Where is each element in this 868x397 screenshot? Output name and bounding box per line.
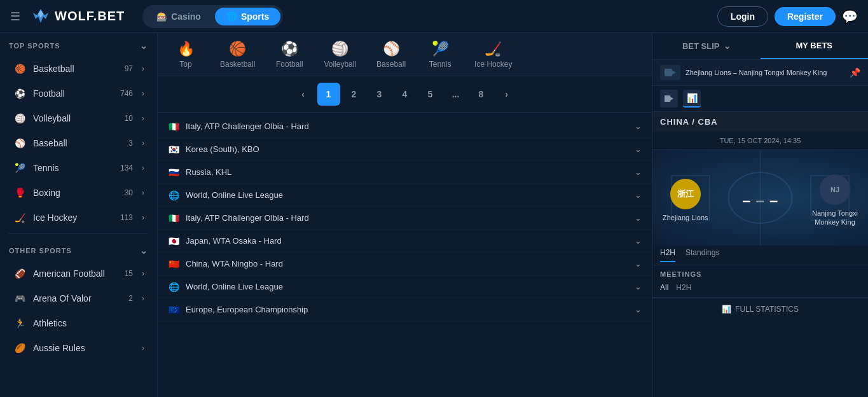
stats-tab[interactable]: 📊 <box>683 90 701 108</box>
baseball-tab-icon: ⚾ <box>383 41 400 57</box>
list-item[interactable]: 🌐 World, Online Live League ⌄ <box>158 184 652 207</box>
football-tab-icon: ⚽ <box>281 41 298 57</box>
flag-icon: 🇰🇷 <box>168 145 179 154</box>
away-team: NJ Nanjing Tongxi Monkey King <box>812 174 858 227</box>
chevron-right-icon: › <box>142 89 144 98</box>
chevron-right-icon: › <box>142 269 144 278</box>
baseball-icon: ⚾ <box>13 136 27 150</box>
page-3-button[interactable]: 3 <box>368 83 391 106</box>
wolf-logo-icon <box>31 6 51 27</box>
sidebar-item-baseball[interactable]: ⚾ Baseball 3 › <box>4 131 153 155</box>
sidebar-item-arena-of-valor[interactable]: 🎮 Arena Of Valor 2 › <box>4 286 153 310</box>
american-football-icon: 🏈 <box>13 267 27 281</box>
full-stats-button[interactable]: 📊 FULL STATISTICS <box>652 298 868 320</box>
video-small-icon <box>665 95 673 102</box>
stats-bar-icon: 📊 <box>722 305 731 314</box>
globe-icon: 🌐 <box>168 282 179 291</box>
flag-icon: 🇯🇵 <box>168 237 179 246</box>
page-ellipsis: ... <box>444 83 467 106</box>
sport-tab-top[interactable]: 🔥 Top <box>163 36 209 74</box>
chevron-right-icon: › <box>142 164 144 172</box>
top-sports-chevron-icon[interactable]: ⌄ <box>140 41 148 51</box>
list-item[interactable]: 🇮🇹 Italy, ATP Challenger Olbia - Hard ⌄ <box>158 115 652 138</box>
sport-tab-football[interactable]: ⚽ Football <box>266 36 312 74</box>
sidebar-item-football[interactable]: ⚽ Football 746 › <box>4 81 153 106</box>
nav-tab-sports[interactable]: 🌐 Sports <box>215 8 280 25</box>
menu-icon[interactable]: ☰ <box>10 10 20 24</box>
sidebar-item-volleyball[interactable]: 🏐 Volleyball 10 › <box>4 106 153 130</box>
h2h-filter[interactable]: H2H <box>676 283 691 292</box>
chevron-down-icon: ⌄ <box>724 41 731 51</box>
list-item[interactable]: 🇨🇳 China, WTA Ningbo - Hard ⌄ <box>158 253 652 275</box>
page-next-button[interactable]: › <box>495 83 518 106</box>
live-match-bar[interactable]: Zhejiang Lions – Nanjing Tongxi Monkey K… <box>652 60 868 86</box>
other-sports-chevron-icon[interactable]: ⌄ <box>140 246 148 256</box>
main-layout: TOP SPORTS ⌄ 🏀 Basketball 97 › ⚽ Footbal… <box>0 33 868 397</box>
athletics-icon: 🏃 <box>13 316 27 330</box>
header-right: Login Register 💬 <box>717 6 858 27</box>
sport-tab-volleyball[interactable]: 🏐 Volleyball <box>315 36 365 74</box>
chevron-down-icon: ⌄ <box>635 305 642 314</box>
league-header: CHINA / CBA <box>652 112 868 132</box>
casino-icon: 🎰 <box>156 11 167 22</box>
sidebar-item-ice-hockey[interactable]: 🏒 Ice Hockey 113 › <box>4 205 153 230</box>
video-tab[interactable] <box>660 90 678 108</box>
flag-icon: 🇪🇺 <box>168 305 179 314</box>
arena-of-valor-icon: 🎮 <box>13 291 27 305</box>
nav-tab-casino[interactable]: 🎰 Casino <box>145 8 212 25</box>
login-button[interactable]: Login <box>717 6 768 27</box>
sidebar-item-american-football[interactable]: 🏈 American Football 15 › <box>4 261 153 286</box>
page-4-button[interactable]: 4 <box>394 83 417 106</box>
sports-nav: 🔥 Top 🏀 Basketball ⚽ Football 🏐 Volleyba… <box>158 33 652 76</box>
sidebar-item-tennis[interactable]: 🎾 Tennis 134 › <box>4 156 153 180</box>
list-item[interactable]: 🇯🇵 Japan, WTA Osaka - Hard ⌄ <box>158 230 652 253</box>
chevron-down-icon: ⌄ <box>635 259 642 268</box>
football-icon: ⚽ <box>13 87 27 101</box>
stats-icon: 📊 <box>687 93 698 103</box>
sidebar-item-athletics[interactable]: 🏃 Athletics <box>4 311 153 335</box>
page-1-button[interactable]: 1 <box>317 83 340 106</box>
page-2-button[interactable]: 2 <box>343 83 366 106</box>
score-away: – <box>769 192 778 209</box>
chevron-right-icon: › <box>142 114 144 123</box>
match-teams: 浙江 Zhejiang Lions – – – NJ Nanjing Tongx… <box>652 150 868 246</box>
list-item[interactable]: 🇪🇺 Europe, European Championship ⌄ <box>158 298 652 321</box>
sidebar: TOP SPORTS ⌄ 🏀 Basketball 97 › ⚽ Footbal… <box>0 33 158 397</box>
basketball-tab-icon: 🏀 <box>229 41 246 57</box>
away-team-logo: NJ <box>820 174 850 205</box>
chat-icon[interactable]: 💬 <box>842 9 858 24</box>
list-item[interactable]: 🇷🇺 Russia, KHL ⌄ <box>158 161 652 184</box>
score-home: – <box>742 192 750 209</box>
meetings-filter: All H2H <box>652 281 868 298</box>
logo-text: WOLF.BET <box>55 9 125 24</box>
chevron-down-icon: ⌄ <box>635 282 642 291</box>
my-bets-tab[interactable]: MY BETS <box>761 33 869 59</box>
h2h-tab[interactable]: H2H <box>660 248 675 262</box>
all-filter[interactable]: All <box>660 283 668 292</box>
standings-tab[interactable]: Standings <box>685 248 719 262</box>
sidebar-item-boxing[interactable]: 🥊 Boxing 30 › <box>4 181 153 205</box>
match-date: TUE, 15 OCT 2024, 14:35 <box>652 132 868 150</box>
sport-tab-baseball[interactable]: ⚾ Baseball <box>368 36 415 74</box>
ice-hockey-tab-icon: 🏒 <box>485 41 502 57</box>
page-prev-button[interactable]: ‹ <box>292 83 315 106</box>
list-item[interactable]: 🇰🇷 Korea (South), KBO ⌄ <box>158 138 652 161</box>
pin-icon[interactable]: 📌 <box>850 67 860 78</box>
bet-slip-tab[interactable]: BET SLIP ⌄ <box>652 33 761 59</box>
list-item[interactable]: 🌐 World, Online Live League ⌄ <box>158 275 652 298</box>
chevron-down-icon: ⌄ <box>635 236 642 246</box>
sport-tab-basketball[interactable]: 🏀 Basketball <box>211 36 264 74</box>
register-button[interactable]: Register <box>775 7 836 26</box>
sidebar-item-aussie-rules[interactable]: 🏉 Aussie Rules › <box>4 336 153 360</box>
chevron-down-icon: ⌄ <box>635 190 642 200</box>
page-8-button[interactable]: 8 <box>470 83 493 106</box>
sidebar-item-basketball[interactable]: 🏀 Basketball 97 › <box>4 57 153 81</box>
bet-slip-header: BET SLIP ⌄ MY BETS <box>652 33 868 60</box>
page-5-button[interactable]: 5 <box>419 83 442 106</box>
pagination-bar: ‹ 1 2 3 4 5 ... 8 › <box>158 76 652 113</box>
sport-tab-ice-hockey[interactable]: 🏒 Ice Hockey <box>465 36 521 74</box>
chevron-down-icon: ⌄ <box>635 167 642 177</box>
away-team-name: Nanjing Tongxi Monkey King <box>812 209 858 227</box>
list-item[interactable]: 🇮🇹 Italy, ATP Challenger Olbia - Hard ⌄ <box>158 207 652 230</box>
sport-tab-tennis[interactable]: 🎾 Tennis <box>417 36 463 74</box>
